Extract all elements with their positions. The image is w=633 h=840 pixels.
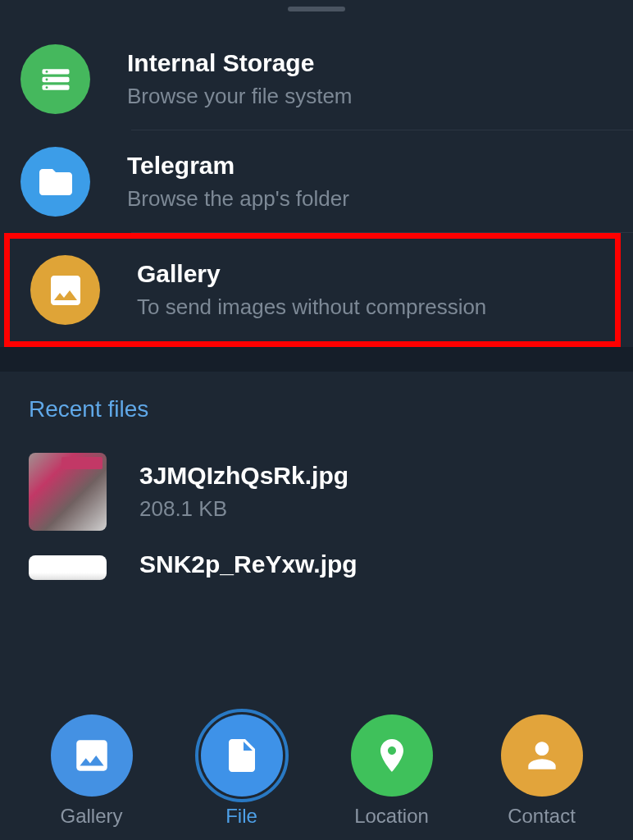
recent-section: Recent files 3JMQIzhQsRk.jpg 208.1 KB SN… — [0, 372, 633, 603]
file-name: 3JMQIzhQsRk.jpg — [139, 462, 348, 490]
svg-point-3 — [45, 70, 48, 72]
file-icon — [201, 714, 283, 797]
source-subtitle: Browse your file system — [127, 84, 613, 109]
bottom-nav: Gallery File Location Contact — [0, 706, 633, 840]
file-thumbnail — [29, 555, 107, 580]
recent-files-header: Recent files — [29, 396, 604, 422]
nav-location[interactable]: Location — [351, 714, 433, 828]
svg-point-5 — [45, 86, 48, 89]
source-title: Internal Storage — [127, 49, 613, 77]
file-size: 208.1 KB — [139, 496, 348, 522]
source-gallery-highlighted[interactable]: Gallery To send images without compressi… — [4, 233, 621, 347]
source-text: Gallery To send images without compressi… — [137, 260, 594, 320]
source-subtitle: To send images without compression — [137, 294, 594, 320]
section-divider — [0, 347, 633, 372]
nav-file[interactable]: File — [201, 714, 283, 828]
source-internal-storage[interactable]: Internal Storage Browse your file system — [0, 28, 633, 130]
nav-label: Gallery — [60, 805, 122, 828]
file-info: 3JMQIzhQsRk.jpg 208.1 KB — [139, 462, 348, 522]
storage-icon — [20, 44, 90, 114]
source-subtitle: Browse the app's folder — [127, 186, 613, 212]
location-icon — [351, 714, 433, 797]
source-title: Telegram — [127, 152, 613, 180]
nav-gallery[interactable]: Gallery — [51, 714, 133, 828]
folder-icon — [20, 147, 90, 217]
svg-point-4 — [45, 78, 48, 80]
nav-label: File — [225, 805, 257, 828]
source-text: Telegram Browse the app's folder — [127, 152, 613, 212]
source-telegram[interactable]: Telegram Browse the app's folder — [0, 130, 633, 233]
image-icon — [30, 255, 100, 325]
gallery-icon — [51, 714, 133, 797]
source-text: Internal Storage Browse your file system — [127, 49, 613, 109]
nav-label: Contact — [508, 805, 576, 828]
nav-label: Location — [354, 805, 429, 828]
drag-handle[interactable] — [288, 7, 345, 11]
recent-file-item[interactable]: SNK2p_ReYxw.jpg — [29, 541, 604, 595]
source-list: Internal Storage Browse your file system… — [0, 28, 633, 347]
source-title: Gallery — [137, 260, 594, 288]
contact-icon — [501, 714, 583, 797]
file-name: SNK2p_ReYxw.jpg — [139, 550, 357, 578]
recent-file-item[interactable]: 3JMQIzhQsRk.jpg 208.1 KB — [29, 443, 604, 541]
file-thumbnail — [29, 453, 107, 531]
nav-contact[interactable]: Contact — [501, 714, 583, 828]
file-info: SNK2p_ReYxw.jpg — [139, 550, 357, 585]
